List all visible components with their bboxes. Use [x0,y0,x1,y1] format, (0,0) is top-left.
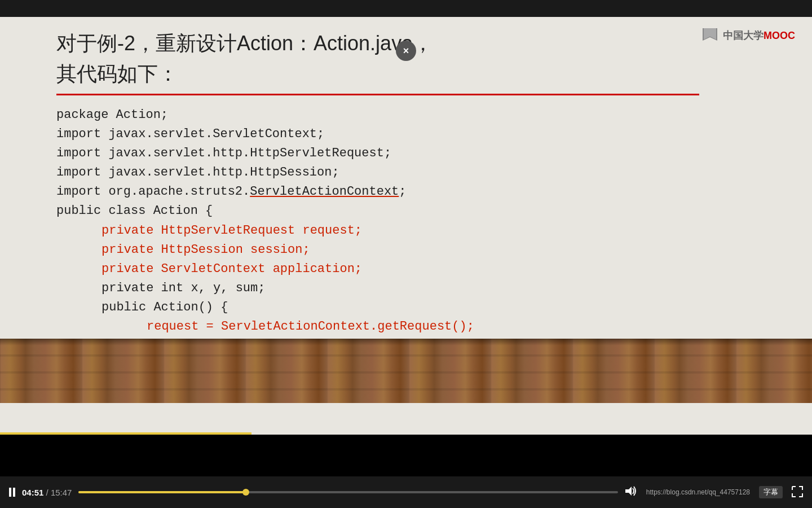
top-bar [0,0,812,17]
control-bar: 04:51 / 15:47 https://blog.csdn.net/qq_4… [0,476,812,508]
code-line-6: public class Action { [56,202,699,221]
code-line-9: private ServletContext application; [56,260,699,279]
code-line-7: private HttpServletRequest request; [56,221,699,240]
code-line-3: import javax.servlet.http.HttpServletReq… [56,144,699,163]
slide-title-line1: 对于例-2，重新设计Action：Action.java， [56,28,699,59]
pause-button[interactable] [9,488,15,497]
pause-icon [9,488,15,497]
time-separator: / [43,488,51,497]
progress-dot [242,489,249,496]
url-display: https://blog.csdn.net/qq_44757128 [646,488,750,496]
logo-area: 中国大学MOOC [701,28,795,43]
right-controls: https://blog.csdn.net/qq_44757128 字幕 [625,486,803,499]
logo-icon [701,28,718,43]
code-line-5: import org.apache.struts2.ServletActionC… [56,182,699,202]
total-time: 15:47 [51,488,72,497]
slide-area: 中国大学MOOC × 对于例-2，重新设计Action：Action.java，… [0,17,812,435]
progress-bar[interactable] [78,491,617,493]
code-line-1: package Action; [56,106,699,125]
slide-title-line2: 其代码如下： [56,59,699,89]
volume-icon [625,486,637,496]
current-time: 04:51 [22,488,43,497]
svg-marker-1 [704,28,716,40]
red-divider [56,94,699,95]
wood-floor [0,339,812,403]
logo-text: 中国大学MOOC [723,29,795,42]
subtitle-button[interactable]: 字幕 [759,486,783,498]
code-line-10: private int x, y, sum; [56,279,699,298]
slide-progress [0,432,812,435]
fullscreen-icon [792,486,803,497]
progress-fill [78,491,245,493]
fullscreen-button[interactable] [792,486,803,499]
slide-title: 对于例-2，重新设计Action：Action.java， 其代码如下： [56,28,699,89]
svg-marker-2 [625,487,632,496]
code-line-12: request = ServletActionContext.getReques… [56,317,699,336]
time-display: 04:51 / 15:47 [22,488,72,497]
code-line-2: import javax.servlet.ServletContext; [56,125,699,144]
close-button[interactable]: × [396,41,416,61]
volume-button[interactable] [625,486,637,499]
slide-progress-fill [0,432,251,435]
code-line-4: import javax.servlet.http.HttpSession; [56,163,699,182]
code-line-8: private HttpSession session; [56,240,699,260]
code-line-11: public Action() { [56,298,699,317]
